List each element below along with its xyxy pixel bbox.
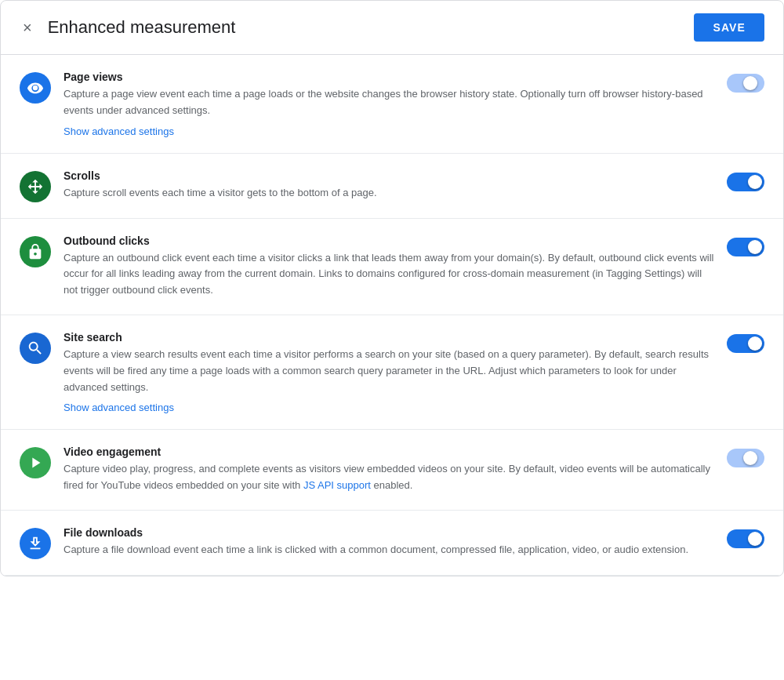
close-button[interactable]: × <box>20 16 35 38</box>
site-search-icon <box>20 333 51 364</box>
video-engagement-toggle[interactable] <box>727 449 764 470</box>
save-button[interactable]: SAVE <box>694 13 764 42</box>
site-search-desc: Capture a view search results event each… <box>64 347 714 395</box>
panel-header: × Enhanced measurement SAVE <box>1 1 783 55</box>
site-search-advanced-link[interactable]: Show advanced settings <box>64 402 174 413</box>
scrolls-toggle[interactable] <box>727 173 764 194</box>
video-engagement-content: Video engagement Capture video play, pro… <box>64 445 714 494</box>
outbound-clicks-toggle[interactable] <box>727 238 764 259</box>
file-downloads-icon <box>20 528 51 559</box>
video-engagement-desc: Capture video play, progress, and comple… <box>64 461 714 494</box>
setting-row-outbound-clicks: Outbound clicks Capture an outbound clic… <box>1 219 783 315</box>
svg-point-0 <box>33 85 38 90</box>
video-engagement-icon <box>20 447 51 478</box>
page-views-desc: Capture a page view event each time a pa… <box>64 86 714 119</box>
header-left: × Enhanced measurement <box>20 16 235 38</box>
site-search-title: Site search <box>64 331 714 344</box>
outbound-clicks-desc: Capture an outbound click event each tim… <box>64 250 714 299</box>
page-title: Enhanced measurement <box>48 17 236 38</box>
page-views-title: Page views <box>64 71 714 83</box>
site-search-content: Site search Capture a view search result… <box>64 331 714 413</box>
page-views-icon <box>20 72 51 104</box>
setting-row-site-search: Site search Capture a view search result… <box>1 315 783 430</box>
outbound-clicks-icon <box>20 236 51 267</box>
page-views-advanced-link[interactable]: Show advanced settings <box>64 125 174 137</box>
scrolls-icon <box>20 171 51 202</box>
js-api-support-link[interactable]: JS API support <box>303 479 371 491</box>
enhanced-measurement-panel: × Enhanced measurement SAVE Page views C… <box>0 0 784 576</box>
scrolls-title: Scrolls <box>64 169 714 182</box>
setting-row-scrolls: Scrolls Capture scroll events each time … <box>1 154 783 219</box>
setting-row-video-engagement: Video engagement Capture video play, pro… <box>1 430 783 511</box>
video-engagement-title: Video engagement <box>64 445 714 458</box>
site-search-toggle[interactable] <box>727 334 764 355</box>
outbound-clicks-content: Outbound clicks Capture an outbound clic… <box>64 235 714 299</box>
file-downloads-title: File downloads <box>64 526 714 539</box>
outbound-clicks-title: Outbound clicks <box>64 235 714 247</box>
file-downloads-content: File downloads Capture a file download e… <box>64 526 714 558</box>
setting-row-file-downloads: File downloads Capture a file download e… <box>1 511 783 576</box>
setting-row-page-views: Page views Capture a page view event eac… <box>1 55 783 154</box>
file-downloads-toggle[interactable] <box>727 529 764 551</box>
scrolls-desc: Capture scroll events each time a visito… <box>64 185 714 202</box>
file-downloads-desc: Capture a file download event each time … <box>64 542 714 558</box>
scrolls-content: Scrolls Capture scroll events each time … <box>64 169 714 202</box>
page-views-content: Page views Capture a page view event eac… <box>64 71 714 137</box>
settings-list: Page views Capture a page view event eac… <box>1 55 783 576</box>
page-views-toggle[interactable] <box>727 74 764 95</box>
